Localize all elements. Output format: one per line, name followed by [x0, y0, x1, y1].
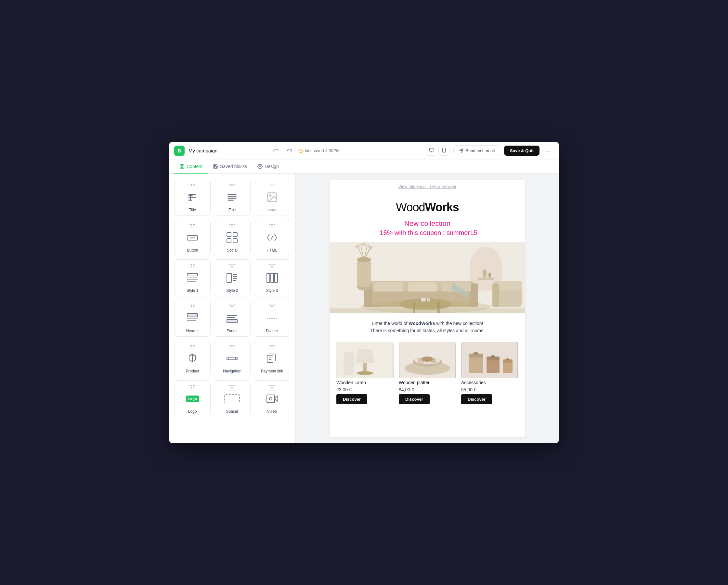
tab-saved-blocks[interactable]: Saved blocks	[208, 160, 252, 174]
block-divider-label: Divider	[266, 329, 278, 333]
sidebar: T Title Text	[169, 174, 296, 443]
text-icon	[224, 189, 240, 205]
svg-marker-95	[355, 349, 375, 363]
block-button-label: Button	[187, 248, 198, 253]
platter-svg	[400, 342, 455, 378]
intro-brand: WoodWorks	[409, 321, 435, 326]
block-image[interactable]: Image	[254, 179, 290, 216]
svg-rect-25	[187, 273, 198, 276]
svg-rect-98	[344, 352, 354, 375]
discover-button-accessories[interactable]: Discover	[461, 394, 492, 404]
block-spacer-label: Spacer	[226, 409, 238, 414]
tab-content-label: Content	[186, 164, 203, 169]
lamp-svg	[337, 342, 393, 378]
tab-content[interactable]: Content	[174, 160, 208, 174]
block-video[interactable]: Video	[254, 380, 290, 417]
drag-handle-logo	[189, 385, 195, 388]
email-promo: New collection -15% with this coupon : s…	[330, 217, 525, 242]
svg-line-24	[271, 236, 273, 239]
email-hero-image	[330, 242, 525, 313]
brand-initial: B	[178, 148, 181, 153]
block-payment-link[interactable]: Payment link	[254, 340, 290, 377]
block-style1[interactable]: Style 1	[174, 259, 211, 297]
browser-link[interactable]: View this email in your browser	[330, 180, 525, 193]
block-button[interactable]: Button	[174, 219, 211, 256]
title-icon: T	[185, 189, 200, 205]
drag-handle-image	[269, 184, 275, 186]
drag-handle-style3	[269, 264, 275, 267]
undo-button[interactable]	[271, 146, 281, 156]
svg-rect-61	[478, 278, 494, 280]
product-name-lamp: Wooden Lamp	[336, 380, 366, 385]
block-social[interactable]: Social	[214, 219, 250, 256]
block-divider[interactable]: Divider	[254, 300, 290, 337]
brand-name: WoodWorks	[336, 201, 518, 214]
drag-handle-title	[189, 184, 195, 186]
svg-point-115	[506, 358, 510, 360]
more-options-button[interactable]: ⋯	[543, 145, 554, 157]
product-name-platter: Wooden platter	[399, 380, 430, 385]
svg-text:T: T	[188, 194, 193, 201]
send-test-button[interactable]: Send test email	[453, 145, 500, 156]
svg-rect-68	[374, 282, 403, 291]
block-style2[interactable]: Style 2	[214, 259, 250, 297]
spacer-icon	[224, 391, 240, 407]
block-style3[interactable]: Style 3	[254, 259, 290, 297]
promo-title: New collection	[336, 220, 518, 228]
logo-badge: Logo	[186, 396, 199, 402]
svg-rect-6	[180, 164, 182, 166]
product-price-lamp: 23,00 €	[336, 387, 352, 392]
product-card-platter: Wooden platter 84,00 € Discover	[399, 342, 456, 404]
block-style1-label: Style 1	[186, 288, 199, 293]
product-price-accessories: 55,00 €	[461, 387, 476, 392]
tabs: Content Saved blocks Design	[169, 160, 559, 174]
save-status: last saved 4:30PM	[298, 148, 340, 153]
promo-coupon: -15% with this coupon : summer15	[336, 229, 518, 236]
block-html[interactable]: HTML	[254, 219, 290, 256]
block-product[interactable]: Product	[174, 340, 211, 377]
discover-button-platter[interactable]: Discover	[399, 394, 430, 404]
video-icon	[264, 391, 280, 407]
email-header-brand: WoodWorks	[330, 193, 525, 217]
block-text[interactable]: Text	[214, 179, 250, 216]
svg-point-55	[269, 398, 272, 400]
save-quit-button[interactable]: Save & Quit	[504, 146, 540, 156]
block-social-label: Social	[227, 248, 238, 253]
drag-handle-video	[269, 385, 275, 388]
svg-rect-53	[267, 395, 275, 403]
email-container: View this email in your browser WoodWork…	[330, 180, 525, 437]
mobile-view-button[interactable]	[438, 146, 449, 156]
svg-rect-110	[487, 358, 499, 373]
svg-rect-50	[267, 355, 273, 362]
redo-button[interactable]	[285, 146, 294, 156]
block-title[interactable]: T Title	[174, 179, 211, 216]
svg-rect-21	[233, 232, 237, 236]
drag-handle-header	[189, 305, 195, 307]
desktop-view-button[interactable]	[426, 146, 437, 156]
block-video-label: Video	[267, 409, 277, 414]
block-image-label: Image	[266, 208, 277, 212]
payment-link-icon	[264, 351, 280, 366]
drag-handle-html	[269, 224, 275, 227]
drag-handle-product	[189, 345, 195, 348]
svg-rect-93	[330, 308, 525, 313]
svg-rect-29	[227, 273, 231, 282]
block-footer[interactable]: Footer	[214, 300, 250, 337]
product-card-lamp: Wooden Lamp 23,00 € Discover	[336, 342, 394, 404]
discover-button-lamp[interactable]: Discover	[336, 394, 367, 404]
block-style3-label: Style 3	[266, 288, 278, 293]
svg-rect-9	[182, 167, 184, 168]
block-logo[interactable]: Logo Logo	[174, 380, 211, 417]
block-spacer[interactable]: Spacer	[214, 380, 250, 417]
block-header[interactable]: Header	[174, 300, 211, 337]
email-canvas[interactable]: View this email in your browser WoodWork…	[296, 174, 559, 443]
block-navigation[interactable]: Navigation	[214, 340, 250, 377]
drag-handle-button	[189, 224, 195, 227]
send-test-label: Send test email	[465, 148, 495, 153]
header: B My campaign last saved 4:30PM Send tes…	[169, 142, 559, 160]
tab-design[interactable]: Design	[252, 160, 284, 174]
svg-rect-69	[408, 282, 437, 291]
email-intro: Enter the world of WoodWorks with the ne…	[330, 313, 525, 340]
style2-icon	[224, 270, 240, 286]
block-title-label: Title	[189, 208, 196, 212]
